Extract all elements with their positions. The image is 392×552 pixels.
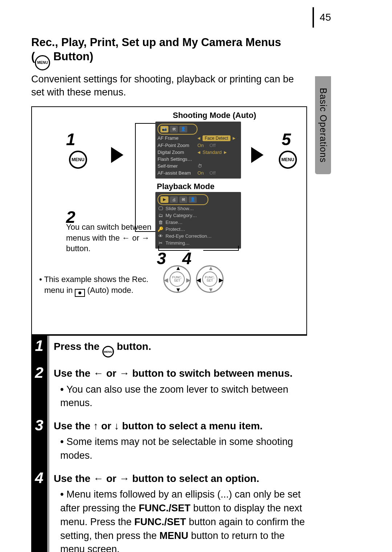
diagram-step-1: 1	[66, 130, 75, 149]
dzoom-value: Standard	[203, 150, 222, 155]
redeye-icon: 👁	[158, 233, 163, 239]
step-3-bullet: Some items may not be selectable in some…	[60, 435, 307, 463]
menu-button-icon-right-label: MENU	[281, 157, 294, 162]
dzoom-label: Digital Zoom	[158, 150, 195, 155]
step-1-title: Press the MENU button.	[54, 341, 151, 352]
step-1-row: 1 Press the MENU button.	[31, 336, 307, 363]
step1-b: button.	[114, 341, 151, 352]
control-wheel-4: FUNC.SET ▲ ▼ ▶ ◀	[196, 265, 224, 293]
left-tri: ◀	[197, 136, 200, 140]
page-number-block: 45	[313, 7, 331, 28]
menu-icon: MENU	[35, 55, 50, 70]
step-1-body: Press the MENU button.	[47, 336, 307, 363]
step-3-title: Use the ↑ or ↓ button to select a menu i…	[54, 419, 307, 433]
arrow-right-icon	[111, 147, 123, 163]
camera-tab-icon: 📷	[160, 126, 168, 132]
intro-text: Convenient settings for shooting, playba…	[31, 73, 307, 99]
trim-icon: ✂	[158, 240, 163, 246]
erase-label: Erase…	[166, 220, 183, 225]
left-arrow-icon-2: ◀	[196, 277, 201, 283]
control-wheel-3: FUNC.SET ▲ ▼ ▶ ◀	[163, 265, 191, 293]
menu-icon-step1: MENU	[102, 346, 114, 357]
step-4-body: Use the ← or → button to select an optio…	[47, 468, 307, 552]
diagram: Shooting Mode (Auto) 1 MENU 📷 🛠 👤 AF Fra…	[31, 106, 307, 335]
menu-button-icon-right: MENU	[279, 151, 297, 169]
slideshow-label: Slide Show…	[166, 206, 194, 211]
mycam-tab-icon-2: 👤	[189, 196, 197, 203]
step-4-title: Use the ← or → button to select an optio…	[54, 471, 307, 486]
redeye-label: Red-Eye Correction…	[166, 233, 212, 239]
switch-note-l2a: menus with the	[66, 233, 122, 242]
shooting-tabs: 📷 🛠 👤	[158, 124, 197, 135]
tools-tab-icon-2: 🛠	[179, 196, 187, 203]
menu-icon-label: MENU	[37, 61, 48, 65]
category-icon: 🗂	[158, 213, 163, 218]
up-arrow-icon: ▲	[175, 265, 181, 271]
step-4-row: 4 Use the ← or → button to select an opt…	[31, 468, 307, 552]
step-2-num: 2	[31, 363, 47, 415]
page-title-line1: Rec., Play, Print, Set up and My Camera …	[31, 36, 307, 50]
page-title-line2: (MENU Button)	[31, 50, 307, 70]
example-line1: • This example shows the Rec.	[39, 274, 148, 285]
diagram-step-3: 3	[157, 249, 166, 268]
af-assist-label: AF-assist Beam	[158, 170, 195, 176]
callout-line-4	[203, 246, 239, 251]
page-number-divider	[313, 7, 314, 28]
erase-icon: 🗑	[158, 220, 163, 225]
af-zoom-label: AF-Point Zoom	[158, 143, 195, 148]
step-3-body: Use the ↑ or ↓ button to select a menu i…	[47, 415, 307, 468]
menu-button-icon-left: MENU	[69, 151, 87, 169]
af-zoom-on: On	[197, 143, 204, 148]
example-l1: This example shows the Rec.	[44, 275, 148, 284]
shooting-mode-label: Shooting Mode (Auto)	[173, 111, 256, 120]
step-2-bullet: You can also use the zoom lever to switc…	[60, 383, 307, 410]
section-tab: Basic Operations	[315, 76, 331, 174]
left-arrow-icon: ←	[122, 233, 130, 242]
af-frame-value: Face Detect	[203, 135, 230, 141]
step-1-num: 1	[31, 336, 47, 363]
set-text-2: SET	[207, 279, 213, 282]
playback-mode-label: Playback Mode	[157, 182, 215, 191]
func-set-icon-2: FUNC.SET	[202, 271, 217, 287]
title-paren-open: (	[31, 50, 35, 63]
callout-bracket	[135, 123, 155, 232]
right-tri2: ▶	[224, 150, 227, 154]
af-assist-on: On	[197, 170, 204, 176]
title-button-word: Button)	[50, 50, 93, 63]
step-3-row: 3 Use the ↑ or ↓ button to select a menu…	[31, 415, 307, 468]
down-arrow-icon: ▼	[175, 287, 181, 293]
s4b: FUNC./SET	[139, 503, 191, 514]
step-4-num: 4	[31, 468, 47, 552]
slideshow-icon: 🖵	[158, 206, 163, 211]
flash-label: Flash Settings…	[158, 156, 216, 162]
selftimer-label: Self-timer	[158, 163, 195, 169]
switch-note-l2b: or	[130, 233, 142, 242]
example-l2a: menu in	[44, 286, 75, 295]
diagram-step-4: 4	[182, 249, 192, 268]
step-3-num: 3	[31, 415, 47, 468]
func-set-icon: FUNC.SET	[170, 271, 185, 287]
arrow-right-icon-2	[251, 147, 264, 163]
example-l2b: (Auto) mode.	[85, 286, 133, 295]
step-2-body: Use the ← or → button to switch between …	[47, 363, 307, 415]
step-4-bullet: Menu items followed by an ellipsis (...)…	[60, 488, 307, 552]
step-2-row: 2 Use the ← or → button to switch betwee…	[31, 363, 307, 415]
af-assist-off: Off	[209, 170, 216, 176]
right-arrow-icon-2: ▶	[219, 277, 223, 283]
camera-mode-icon	[75, 289, 85, 297]
right-arrow-icon: →	[142, 233, 150, 242]
play-tab-icon: ▶	[160, 196, 168, 203]
shooting-menu-screen: 📷 🛠 👤 AF Frame◀Face Detect▶ AF-Point Zoo…	[155, 122, 241, 179]
section-tab-label: Basic Operations	[318, 88, 328, 163]
mycam-tab-icon: 👤	[179, 126, 187, 132]
menu-icon-step1-label: MENU	[104, 350, 113, 354]
right-arrow-dim-icon: ▶	[186, 277, 191, 283]
category-label: My Category…	[166, 213, 197, 218]
up-arrow-dim-icon: ▲	[208, 265, 214, 271]
protect-label: Protect…	[166, 226, 185, 232]
af-frame-label: AF Frame	[158, 135, 195, 141]
af-zoom-off: Off	[209, 143, 216, 148]
step1-a: Press the	[54, 341, 102, 352]
example-line2: menu in (Auto) mode.	[44, 285, 148, 297]
protect-icon: 🔑	[158, 226, 163, 232]
